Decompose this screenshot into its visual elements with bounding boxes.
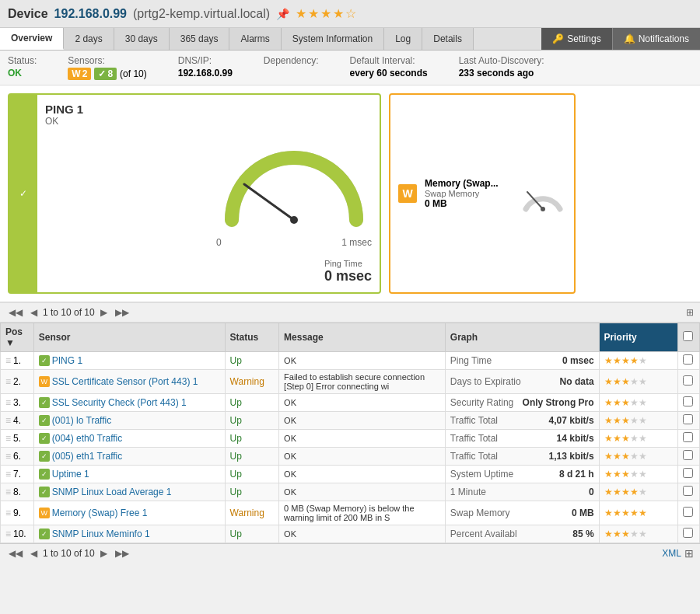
table-row: ≡7.✓Uptime 1UpOKSystem Uptime8 d 21 h★★★… — [1, 466, 700, 483]
warning-count: 2 — [82, 68, 88, 79]
star-filled: ★ — [604, 415, 613, 426]
star-filled: ★ — [613, 529, 621, 539]
next-btn-bottom[interactable]: ▶ — [98, 547, 110, 560]
sensor-name-link[interactable]: Uptime 1 — [52, 469, 89, 480]
sensor-name-link[interactable]: (004) eth0 Traffic — [52, 433, 123, 444]
col-graph[interactable]: Graph — [445, 323, 599, 352]
row-priority[interactable]: ★★★★★ — [599, 412, 678, 430]
tab-2days[interactable]: 2 days — [64, 28, 114, 50]
sensor-name-link[interactable]: (005) eth1 Traffic — [52, 451, 123, 462]
star-empty: ★ — [639, 415, 647, 426]
star-filled: ★ — [621, 508, 630, 518]
row-pos: 8. — [13, 487, 21, 497]
settings-tab[interactable]: 🔑 Settings — [541, 28, 611, 50]
sensor-name-link[interactable]: (001) lo Traffic — [52, 415, 111, 426]
expand-icon-bottom[interactable]: ⊞ — [684, 547, 694, 560]
row-priority[interactable]: ★★★★★ — [599, 394, 678, 412]
memory-title[interactable]: Memory (Swap... — [425, 178, 512, 189]
dns-value: 192.168.0.99 — [178, 68, 233, 78]
memory-subtitle: Swap Memory — [425, 189, 512, 198]
row-handle[interactable]: ≡ — [5, 508, 11, 518]
row-priority[interactable]: ★★★★★ — [599, 525, 678, 543]
row-handle[interactable]: ≡ — [5, 487, 11, 497]
sensor-name-link[interactable]: SSL Certificate Sensor (Port 443) 1 — [52, 376, 198, 387]
row-priority[interactable]: ★★★★★ — [599, 483, 678, 501]
tab-system-information[interactable]: System Information — [282, 28, 384, 50]
tab-details[interactable]: Details — [422, 28, 474, 50]
col-message[interactable]: Message — [279, 323, 446, 352]
star-filled: ★ — [630, 508, 639, 518]
tab-365days[interactable]: 365 days — [170, 28, 230, 50]
notifications-tab[interactable]: 🔔 Notifications — [612, 28, 700, 50]
row-status: Up — [230, 397, 242, 408]
graph-label: Swap Memory — [450, 508, 510, 518]
tab-overview[interactable]: Overview — [0, 28, 64, 50]
row-handle[interactable]: ≡ — [5, 469, 11, 480]
prev-first-btn-bottom[interactable]: ◀◀ — [6, 547, 25, 560]
prev-btn[interactable]: ◀ — [28, 306, 40, 319]
next-last-btn-bottom[interactable]: ▶▶ — [113, 547, 131, 560]
row-message: OK — [279, 448, 446, 466]
row-handle[interactable]: ≡ — [5, 529, 11, 539]
row-priority[interactable]: ★★★★★ — [599, 448, 678, 466]
row-select-checkbox[interactable] — [683, 507, 693, 517]
next-btn[interactable]: ▶ — [98, 306, 110, 319]
tab-log[interactable]: Log — [384, 28, 422, 50]
row-handle[interactable]: ≡ — [5, 397, 11, 408]
sensor-name-link[interactable]: Memory (Swap) Free 1 — [52, 508, 148, 518]
tab-alarms[interactable]: Alarms — [229, 28, 281, 50]
row-status: Up — [230, 487, 242, 497]
pin-icon[interactable]: 📌 — [276, 8, 289, 20]
row-priority[interactable]: ★★★★★ — [599, 430, 678, 448]
sensor-status-icon: W — [39, 376, 50, 387]
sensor-name-link[interactable]: PING 1 — [52, 355, 82, 366]
row-select-checkbox[interactable] — [683, 375, 693, 385]
sensor-status-icon: ✓ — [39, 415, 50, 426]
table-row: ≡3.✓SSL Security Check (Port 443) 1UpOKS… — [1, 394, 700, 412]
ping-check-indicator: ✓ — [9, 95, 37, 292]
row-handle[interactable]: ≡ — [5, 451, 11, 462]
sensor-name-link[interactable]: SSL Security Check (Port 443) 1 — [52, 397, 187, 408]
row-priority[interactable]: ★★★★★ — [599, 352, 678, 370]
graph-label: 1 Minute — [450, 487, 486, 497]
row-select-checkbox[interactable] — [683, 396, 693, 406]
sensor-name-link[interactable]: SNMP Linux Meminfo 1 — [52, 529, 150, 539]
col-sensor[interactable]: Sensor — [33, 323, 225, 352]
prev-btn-bottom[interactable]: ◀ — [28, 547, 40, 560]
pagination-text-bottom: 1 to 10 of 10 — [43, 548, 95, 559]
memory-value: 0 MB — [425, 198, 512, 209]
row-checkbox-cell — [678, 525, 700, 543]
star-empty: ★ — [639, 397, 647, 408]
graph-value: 0 — [589, 487, 594, 497]
row-priority[interactable]: ★★★★★ — [599, 370, 678, 394]
row-handle[interactable]: ≡ — [5, 433, 11, 444]
col-status[interactable]: Status — [225, 323, 278, 352]
expand-icon-top[interactable]: ⊞ — [686, 307, 694, 318]
row-select-checkbox[interactable] — [683, 450, 693, 460]
warning-icon: W — [72, 68, 80, 79]
sensor-name-link[interactable]: SNMP Linux Load Average 1 — [52, 487, 172, 497]
row-select-checkbox[interactable] — [683, 468, 693, 478]
graph-label: Traffic Total — [450, 433, 498, 444]
row-select-checkbox[interactable] — [683, 486, 693, 496]
col-priority[interactable]: Priority — [599, 323, 678, 352]
row-handle[interactable]: ≡ — [5, 376, 11, 387]
xml-link[interactable]: XML — [662, 548, 681, 559]
sort-icon[interactable]: ▼ — [5, 337, 15, 348]
row-select-checkbox[interactable] — [683, 354, 693, 365]
row-priority[interactable]: ★★★★★ — [599, 466, 678, 483]
tab-30days[interactable]: 30 days — [114, 28, 170, 50]
row-select-checkbox[interactable] — [683, 528, 693, 538]
next-last-btn[interactable]: ▶▶ — [113, 306, 131, 319]
row-checkbox-cell — [678, 448, 700, 466]
row-handle[interactable]: ≡ — [5, 415, 11, 426]
row-priority[interactable]: ★★★★★ — [599, 501, 678, 525]
row-select-checkbox[interactable] — [683, 432, 693, 442]
settings-icon: 🔑 — [552, 33, 564, 44]
row-handle[interactable]: ≡ — [5, 355, 11, 366]
prev-first-btn[interactable]: ◀◀ — [6, 306, 25, 319]
row-select-checkbox[interactable] — [683, 414, 693, 424]
star-filled: ★ — [604, 529, 613, 539]
select-all-checkbox[interactable] — [683, 331, 693, 341]
ping-title[interactable]: PING 1 — [45, 103, 372, 116]
